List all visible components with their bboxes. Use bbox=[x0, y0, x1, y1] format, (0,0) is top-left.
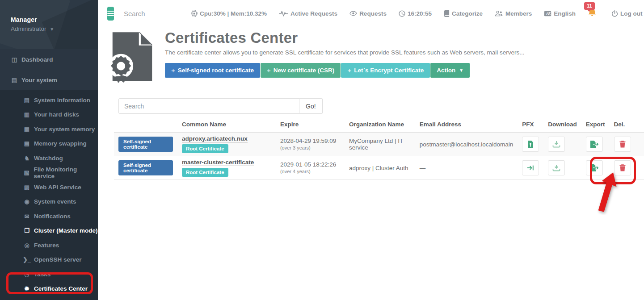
export-button[interactable] bbox=[586, 160, 603, 175]
sidebar-item-your-system[interactable]: ▤Your system bbox=[0, 70, 98, 90]
logout-button[interactable]: Log out bbox=[611, 10, 642, 17]
sign-in-icon bbox=[527, 164, 534, 172]
sidebar-item-label: Your system memory bbox=[34, 126, 95, 133]
column-header-export: Export bbox=[581, 118, 610, 133]
export-icon bbox=[590, 164, 598, 172]
sidebar-item-memory-swapping[interactable]: ▤Memory swapping bbox=[0, 137, 98, 151]
sidebar-item-your-hard-disks[interactable]: ▥Your hard disks bbox=[0, 108, 98, 122]
notifications-bell-button[interactable]: 11 bbox=[588, 8, 597, 19]
sidebar-item-notifications[interactable]: ✉Notifications bbox=[0, 209, 98, 224]
sidebar-item-system-events[interactable]: ◉System events bbox=[0, 195, 98, 209]
table-header-row: Common NameExpireOrganization NameEmail … bbox=[114, 118, 644, 133]
download-icon bbox=[552, 141, 560, 148]
topbar: Cpu:30% | Mem:10.32% Active Requests Req… bbox=[98, 0, 644, 27]
page-title: Certificates Center bbox=[165, 29, 298, 46]
sidebar-item-label: Tasks bbox=[34, 271, 51, 278]
column-header-organization-name: Organization Name bbox=[345, 118, 415, 133]
new-certificate-csr-button[interactable]: +New certificate (CSR) bbox=[261, 63, 341, 78]
download-button[interactable] bbox=[548, 160, 565, 175]
sidebar-item-web-api-service[interactable]: ▨Web API Service bbox=[0, 180, 98, 195]
action-button[interactable]: Action▼ bbox=[430, 63, 470, 78]
column-header-del: Del. bbox=[610, 118, 644, 133]
memory-icon: ▦ bbox=[22, 126, 31, 133]
organization-cell: adproxy | Cluster Auth bbox=[345, 156, 415, 180]
menu-toggle-button[interactable] bbox=[107, 7, 114, 21]
root-certificate-badge[interactable]: Root Certificate bbox=[182, 144, 228, 153]
server-icon: ▤ bbox=[22, 140, 31, 147]
self-signed-root-certificate-button[interactable]: +Self-signed root certificate bbox=[165, 63, 260, 78]
pfx-file-key-icon bbox=[527, 140, 534, 148]
search-go-button[interactable]: Go! bbox=[299, 98, 323, 114]
delete-button[interactable] bbox=[614, 137, 631, 152]
common-name-link[interactable]: master-cluster-certificate bbox=[182, 159, 254, 166]
requests-button[interactable]: Requests bbox=[349, 10, 387, 17]
notification-count-badge: 11 bbox=[584, 2, 595, 10]
let-s-encrypt-certificate-button[interactable]: +Let`s Encrypt Certificate bbox=[341, 63, 430, 78]
terminal-icon: ❯_ bbox=[22, 256, 31, 263]
chevron-down-icon: ▼ bbox=[50, 27, 54, 32]
user-role-dropdown[interactable]: Administrator ▼ bbox=[11, 25, 98, 32]
dog-icon: ♞ bbox=[22, 155, 31, 162]
button-label: Self-signed root certificate bbox=[178, 67, 254, 74]
expire-cell: 2028-04-29 19:59:09 (over 3 years) bbox=[276, 133, 345, 156]
export-button[interactable] bbox=[586, 137, 603, 152]
certificate-page-icon bbox=[109, 30, 156, 83]
email-cell: — bbox=[415, 156, 518, 180]
sidebar-item-features[interactable]: ◎Features bbox=[0, 238, 98, 253]
sidebar-item-watchdog[interactable]: ♞Watchdog bbox=[0, 151, 98, 166]
sidebar-item-label: OpenSSH server bbox=[34, 256, 82, 263]
dashboard-icon: ◫ bbox=[10, 56, 19, 63]
active-requests-button[interactable]: Active Requests bbox=[279, 10, 337, 17]
eye-icon bbox=[349, 11, 357, 16]
logout-label: Log out bbox=[620, 10, 642, 17]
delete-button[interactable] bbox=[614, 160, 631, 175]
column-header-email-address: Email Address bbox=[415, 118, 518, 133]
column-header-pfx: PFX bbox=[518, 118, 543, 133]
language-button[interactable]: English bbox=[544, 10, 576, 17]
members-label: Members bbox=[505, 10, 532, 17]
user-name: Manager bbox=[11, 16, 98, 23]
sidebar-item-openssh-server[interactable]: ❯_OpenSSH server bbox=[0, 253, 98, 267]
table-row: Self-signed certificate master-cluster-c… bbox=[114, 156, 644, 180]
clock-time: 16:20:55 bbox=[399, 10, 432, 17]
sidebar-item-label: Cluster (Master mode) bbox=[34, 227, 98, 234]
eye-icon: ◉ bbox=[22, 198, 31, 205]
sidebar: Manager Administrator ▼ ◫Dashboard▤Your … bbox=[0, 0, 98, 300]
download-icon bbox=[552, 164, 560, 171]
sidebar-user-panel: Manager Administrator ▼ bbox=[0, 0, 98, 49]
button-label: Action bbox=[437, 67, 455, 74]
common-name-link[interactable]: adproxy.articatech.nux bbox=[182, 135, 248, 142]
sidebar-item-your-system-memory[interactable]: ▦Your system memory bbox=[0, 122, 98, 137]
cpu-icon bbox=[191, 10, 198, 17]
sidebar-item-system-information[interactable]: ▤System information bbox=[0, 93, 98, 108]
envelope-icon: ✉ bbox=[22, 213, 31, 220]
sidebar-item-cluster-master-mode[interactable]: ❐Cluster (Master mode) bbox=[0, 224, 98, 238]
column-header-expire: Expire bbox=[276, 118, 345, 133]
sidebar-item-dashboard[interactable]: ◫Dashboard bbox=[0, 49, 98, 70]
members-button[interactable]: Members bbox=[495, 10, 532, 17]
sidebar-item-tasks[interactable]: ◷Tasks bbox=[0, 267, 98, 282]
sidebar-item-label: Notifications bbox=[34, 213, 71, 220]
server-icon: ▤ bbox=[10, 77, 19, 83]
categorize-button[interactable]: Categorize bbox=[444, 10, 483, 17]
pfx-button[interactable] bbox=[522, 137, 539, 152]
plus-icon: + bbox=[347, 67, 351, 74]
root-certificate-badge[interactable]: Root Certificate bbox=[182, 168, 228, 177]
sidebar-item-certificates-center[interactable]: ✹Certificates Center bbox=[0, 282, 98, 296]
sidebar-item-backup[interactable]: ▤Backup bbox=[0, 296, 98, 300]
topbar-search-input[interactable] bbox=[124, 10, 191, 17]
table-search-input[interactable] bbox=[118, 98, 299, 114]
sidebar-item-file-monitoring-service[interactable]: ▧File Monitoring service bbox=[0, 166, 98, 180]
sidebar-item-label: Web API Service bbox=[34, 184, 81, 191]
table-row: Self-signed certificate adproxy.articate… bbox=[114, 133, 644, 156]
certificate-type-badge[interactable]: Self-signed certificate bbox=[118, 137, 173, 152]
cpu-mem-status: Cpu:30% | Mem:10.32% bbox=[191, 10, 267, 17]
sidebar-item-label: System events bbox=[34, 198, 76, 205]
sidebar-item-label: File Monitoring service bbox=[34, 166, 98, 179]
user-role-label: Administrator bbox=[11, 25, 46, 32]
page-subtitle: The certificate center allows you to gen… bbox=[165, 49, 531, 56]
certificate-type-badge[interactable]: Self-signed certificate bbox=[118, 160, 173, 175]
pfx-button[interactable] bbox=[522, 160, 539, 175]
server-icon: ▤ bbox=[22, 97, 31, 104]
download-button[interactable] bbox=[548, 137, 565, 152]
